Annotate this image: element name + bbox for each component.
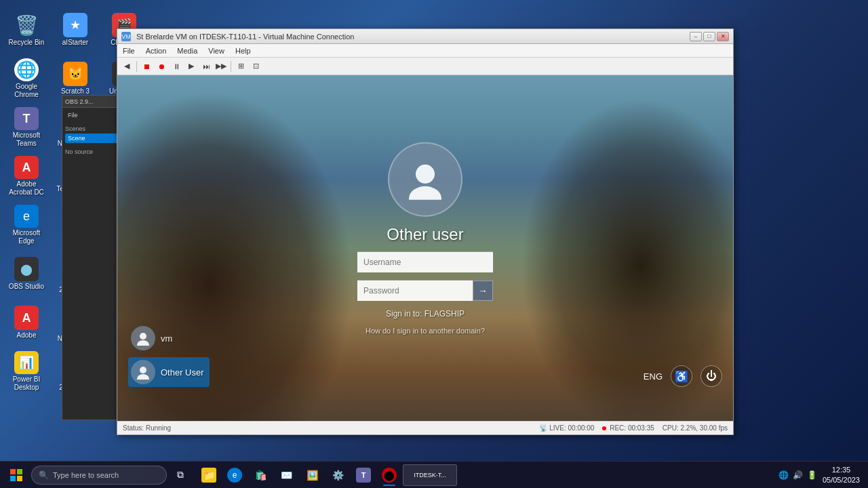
user-icon [136, 331, 151, 346]
toolbar-btn-pause[interactable]: ⏸ [170, 60, 183, 73]
red-app-icon: ⬤ [382, 468, 397, 483]
user-silhouette-icon [405, 159, 446, 200]
svg-rect-9 [17, 476, 22, 481]
battery-icon[interactable]: 🔋 [807, 470, 817, 480]
start-button[interactable] [3, 462, 30, 489]
obs-content: File Scenes Scene No source [62, 108, 122, 420]
taskbar-app-edge[interactable]: e [222, 463, 247, 487]
cpu-indicator: CPU: 2.2%, 30.00 fps [663, 424, 728, 432]
desktop-icon-adobe2[interactable]: A Adobe [3, 300, 50, 346]
taskbar-app-store[interactable]: 🛍️ [248, 463, 273, 487]
network-icon[interactable]: 🌐 [778, 470, 789, 480]
password-input[interactable] [357, 281, 473, 301]
svg-point-4 [140, 367, 146, 373]
toolbar-btn-ff[interactable]: ▶▶ [214, 60, 228, 73]
taskbar-taskview[interactable]: ⧉ [168, 463, 193, 487]
vm-title-text: St Brelarde VM on ITDESK-T110-11 - Virtu… [136, 33, 687, 41]
user-icon [136, 365, 151, 380]
taskbar-app-settings[interactable]: ⚙️ [326, 463, 350, 487]
toolbar-btn-back[interactable]: ◀ [120, 60, 134, 73]
status-text: Status: Running [123, 424, 528, 432]
vm-statusbar: Status: Running 📡 LIVE: 00:00:00 REC: 00… [117, 421, 733, 434]
desktop-icon-label: Recycle Bin [9, 39, 45, 47]
user-avatar [388, 142, 462, 217]
toolbar-btn-settings[interactable]: ⊡ [249, 60, 262, 73]
toolbar-btn-skip[interactable]: ⏭ [199, 60, 213, 73]
taskbar-app-explorer[interactable]: 📁 [197, 463, 221, 487]
vm-menu-view[interactable]: View [205, 47, 227, 55]
vm-menu-file[interactable]: File [120, 47, 138, 55]
desktop-icon-label: Adobe [17, 331, 37, 340]
sign-in-to-label: Sign in to: FLAGSHIP [386, 309, 465, 319]
svg-point-1 [409, 186, 441, 200]
obs-scene-item[interactable]: Scene [65, 134, 119, 143]
photos-icon: 🖼️ [304, 468, 319, 483]
user-switch-avatar-other [131, 360, 155, 384]
vm-window-controls: – □ ✕ [690, 32, 729, 41]
vm-minimize-button[interactable]: – [690, 32, 702, 41]
username-input[interactable] [357, 252, 493, 272]
language-selector[interactable]: ENG [644, 371, 663, 382]
mail-icon: ✉️ [279, 468, 294, 483]
vm-close-button[interactable]: ✕ [717, 32, 729, 41]
desktop-icon-label: Google Chrome [6, 83, 47, 99]
user-switcher: vm Other User [128, 323, 210, 387]
system-clock[interactable]: 12:35 05/05/2023 [823, 465, 860, 485]
clock-time: 12:35 [823, 465, 860, 474]
itdesk-taskbar-button[interactable]: ITDESK-T... [403, 464, 457, 486]
taskbar-app-teams[interactable]: T [351, 463, 376, 487]
user-switch-vm[interactable]: vm [128, 323, 210, 353]
vm-bottom-controls: ENG ♿ ⏻ [644, 365, 722, 387]
desktop-icon-teams[interactable]: T Microsoft Teams [3, 104, 50, 150]
another-domain-link[interactable]: How do I sign in to another domain? [366, 327, 485, 335]
user-switch-other[interactable]: Other User [128, 357, 210, 387]
desktop-icon-edge[interactable]: e Microsoft Edge [3, 202, 50, 248]
search-bar[interactable]: 🔍 Type here to search [31, 466, 167, 485]
obs-window: OBS 2.9... File Scenes Scene No source [62, 95, 123, 420]
accessibility-button[interactable]: ♿ [671, 365, 692, 387]
desktop-icon-powerbi[interactable]: 📊 Power BI Desktop [3, 348, 50, 394]
toolbar-btn-rec[interactable]: ⏺ [155, 60, 168, 73]
toolbar-btn-stop[interactable]: ⏹ [140, 60, 153, 73]
power-button[interactable]: ⏻ [701, 365, 722, 387]
password-submit-button[interactable]: → [473, 281, 493, 301]
toolbar-separator2 [231, 61, 231, 72]
svg-point-2 [140, 333, 146, 340]
desktop: 🗑️ Recycle Bin 🌐 Google Chrome T Microso… [0, 0, 868, 488]
store-icon: 🛍️ [253, 468, 268, 483]
toolbar-btn-play[interactable]: ▶ [184, 60, 198, 73]
taskbar-apps: 📁 e 🛍️ ✉️ 🖼️ ⚙️ T ⬤ [197, 463, 401, 487]
edge-icon: e [227, 468, 242, 483]
vm-menu-media[interactable]: Media [174, 47, 200, 55]
password-row: → [357, 281, 493, 301]
status-indicators: 📡 LIVE: 00:00:00 REC: 00:03:35 CPU: 2.2%… [539, 424, 728, 432]
desktop-icon-aistarter[interactable]: ★ aIStarter [52, 7, 98, 53]
search-icon: 🔍 [39, 470, 49, 480]
volume-icon[interactable]: 🔊 [793, 470, 803, 480]
clock-date: 05/05/2023 [823, 475, 860, 485]
vm-menu-help[interactable]: Help [233, 47, 254, 55]
taskbar-app-red[interactable]: ⬤ [377, 463, 401, 487]
taskbar-app-mail[interactable]: ✉️ [274, 463, 298, 487]
taskview-icon: ⧉ [173, 468, 188, 483]
desktop-icon-recycle-bin[interactable]: 🗑️ Recycle Bin [3, 7, 50, 53]
toolbar-separator [136, 61, 137, 72]
login-panel: Other user → Sign in to: FLAGSHIP How do… [330, 142, 520, 335]
taskbar-right: 🌐 🔊 🔋 12:35 05/05/2023 [778, 465, 865, 485]
vm-login-screen: Other user → Sign in to: FLAGSHIP How do… [117, 75, 733, 421]
svg-rect-7 [17, 469, 22, 474]
taskbar-app-photos[interactable]: 🖼️ [300, 463, 324, 487]
vm-toolbar: ◀ ⏹ ⏺ ⏸ ▶ ⏭ ▶▶ ⊞ ⊡ [117, 58, 733, 75]
desktop-icon-obs[interactable]: ⬤ OBS Studio [3, 251, 50, 297]
vm-restore-button[interactable]: □ [703, 32, 715, 41]
obs-file-menu[interactable]: File [65, 110, 119, 120]
toolbar-btn-fullscreen[interactable]: ⊞ [234, 60, 248, 73]
vm-titlebar: VM St Brelarde VM on ITDESK-T110-11 - Vi… [117, 29, 733, 44]
desktop-icon-chrome[interactable]: 🌐 Google Chrome [3, 56, 50, 102]
vm-menu-action[interactable]: Action [143, 47, 170, 55]
desktop-icon-label: Adobe Acrobat DC [6, 180, 47, 197]
user-switch-avatar-vm [131, 326, 155, 350]
svg-point-3 [137, 340, 149, 346]
obs-titlebar: OBS 2.9... [62, 96, 122, 108]
desktop-icon-adobe[interactable]: A Adobe Acrobat DC [3, 153, 50, 199]
